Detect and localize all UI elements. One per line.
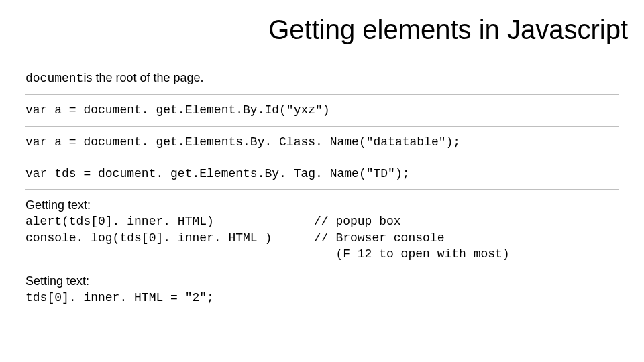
slide: Getting elements in Javascript document … (0, 0, 644, 362)
divider (25, 158, 619, 158)
code-line-3: var tds = document. get.Elements.By. Tag… (25, 166, 619, 182)
code-line-1: var a = document. get.Element.By.Id("yxz… (25, 102, 619, 118)
slide-content: document is the root of the page. var a … (25, 70, 619, 306)
setting-text-block: Setting text: tds[0]. inner. HTML = "2"; (25, 273, 619, 306)
intro-text: is the root of the page. (83, 70, 203, 86)
slide-title: Getting elements in Javascript (268, 15, 628, 45)
getting-text-block: Getting text: alert(tds[0]. inner. HTML)… (25, 197, 619, 262)
divider (25, 94, 619, 95)
getting-heading: Getting text: (25, 197, 619, 213)
getting-right-2: // Browser console (314, 230, 619, 246)
getting-left-1: alert(tds[0]. inner. HTML) (25, 213, 314, 229)
setting-line: tds[0]. inner. HTML = "2"; (25, 290, 619, 306)
setting-heading: Setting text: (25, 273, 619, 289)
getting-right-3: (F 12 to open with most) (314, 246, 619, 262)
divider (25, 189, 619, 190)
intro-line: document is the root of the page. (25, 70, 619, 86)
getting-row-3: (F 12 to open with most) (25, 246, 619, 262)
divider (25, 126, 619, 127)
getting-left-3 (25, 246, 314, 262)
getting-left-2: console. log(tds[0]. inner. HTML ) (25, 230, 314, 246)
getting-row-1: alert(tds[0]. inner. HTML) // popup box (25, 213, 619, 229)
intro-code: document (25, 70, 83, 86)
getting-right-1: // popup box (314, 213, 619, 229)
getting-row-2: console. log(tds[0]. inner. HTML ) // Br… (25, 230, 619, 246)
code-line-2: var a = document. get.Elements.By. Class… (25, 134, 619, 150)
